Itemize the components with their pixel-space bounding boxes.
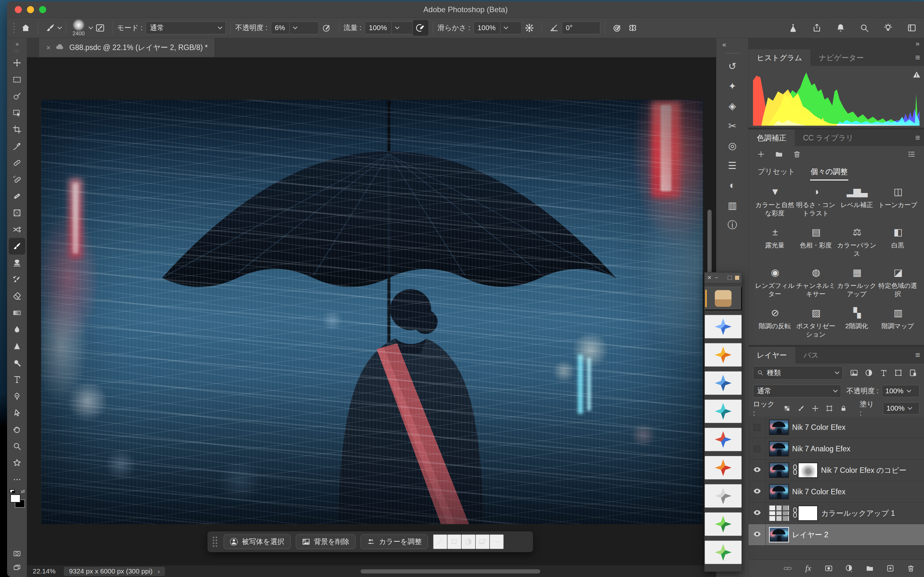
nik-viveza[interactable] [704, 343, 742, 367]
blur-tool[interactable] [9, 321, 25, 338]
beta-flask-icon[interactable] [786, 20, 800, 35]
foreground-color[interactable] [10, 494, 21, 503]
brush-preset-picker[interactable]: 2400 [73, 19, 85, 37]
star-tool[interactable] [9, 455, 25, 471]
tools-expand-icon[interactable]: » [15, 41, 18, 47]
close-window-button[interactable] [15, 6, 22, 13]
workspace-icon[interactable] [905, 20, 919, 35]
document-info[interactable]: 9324 px x 6000 px (300 ppi) › [64, 567, 165, 576]
link-layers-icon[interactable] [783, 564, 792, 572]
tool-preset-chevron-icon[interactable] [57, 25, 62, 29]
swap-arrows-tool[interactable] [9, 221, 25, 238]
tool-presets-panel-icon[interactable]: ✂ [722, 116, 743, 135]
adjustment-list-view-icon[interactable] [907, 150, 916, 158]
nik-minimize-icon[interactable]: − [715, 275, 718, 281]
crop-tool[interactable] [9, 121, 25, 138]
layer-thumbnail[interactable] [769, 527, 789, 542]
swap-colors-icon[interactable]: ⇄ [21, 488, 25, 494]
remove-tool[interactable] [9, 155, 25, 171]
healing-brush-tool[interactable] [9, 171, 25, 188]
layer-name[interactable]: レイヤー 2 [792, 530, 829, 540]
layer-name[interactable]: Nik 7 Color Efex [792, 423, 845, 432]
layers-menu-icon[interactable]: ≡ [915, 350, 920, 360]
screen-mode-button[interactable] [10, 563, 24, 572]
filter-pixel-layers-icon[interactable] [850, 369, 860, 377]
layer-nik7-analog-efex[interactable]: Nik 7 Analog Efex [748, 438, 924, 460]
options-grip[interactable] [13, 23, 15, 33]
color-swatches[interactable]: ⇄ [10, 491, 24, 508]
subtab-individual[interactable]: 個々の調整 [810, 163, 849, 180]
nik-menu-icon[interactable] [728, 276, 732, 280]
nik-hdr-efex[interactable] [704, 512, 742, 536]
layer-visibility-toggle[interactable] [748, 503, 766, 524]
history-brush-tool[interactable] [9, 271, 25, 288]
discover-bulb-icon[interactable] [881, 20, 895, 35]
sharpen-tool[interactable] [9, 338, 25, 355]
lock-all-icon[interactable] [840, 405, 848, 412]
blend-mode-select[interactable]: 通常 [145, 21, 226, 34]
frame-tool[interactable] [9, 205, 25, 221]
symmetry-butterfly-icon[interactable] [625, 20, 640, 35]
canvas-area[interactable]: 被写体を選択背景を削除カラーを調整 [27, 57, 716, 566]
layer-blend-mode-select[interactable]: 通常 [753, 385, 841, 398]
notifications-bell-icon[interactable] [834, 20, 848, 35]
nik-perspective-efex[interactable] [704, 540, 742, 564]
photo-filter-adjustment[interactable]: ◉ レンズフィルター [754, 266, 795, 298]
pen-tool[interactable] [9, 388, 25, 405]
threshold-adjustment[interactable]: ▚ 2階調化 [837, 306, 877, 338]
smoothing-gear-icon[interactable] [522, 20, 537, 35]
lock-position-icon[interactable] [812, 405, 820, 412]
layer-thumbnail[interactable] [769, 484, 789, 500]
tab-adjustments[interactable]: 色調補正 [748, 129, 795, 146]
layer-visibility-toggle[interactable] [748, 524, 766, 545]
add-mask-icon[interactable] [824, 564, 834, 572]
remove-background-button[interactable]: 背景を削除 [296, 534, 356, 549]
nik-close-icon[interactable]: ✕ [707, 274, 712, 281]
zoom-tool[interactable] [9, 438, 25, 455]
size-pressure-icon[interactable] [610, 20, 625, 35]
info-panel-icon[interactable]: ⓘ [722, 215, 743, 235]
home-button[interactable] [18, 20, 33, 35]
airbrush-toggle[interactable] [413, 20, 428, 35]
libraries-panel-icon[interactable]: ▥ [722, 195, 743, 215]
history-panel-icon[interactable]: ↺ [722, 56, 743, 76]
layer-nik7-color-efex-2[interactable]: Nik 7 Color Efex [748, 417, 924, 438]
layer-fx-icon[interactable]: fx [803, 564, 813, 573]
subtab-presets[interactable]: プリセット [757, 163, 796, 180]
color-balance-adjustment[interactable]: ⚖ カラーバランス [837, 226, 877, 258]
exposure-adjustment[interactable]: ± 露光量 [754, 226, 795, 258]
layer-thumbnail[interactable] [769, 420, 789, 435]
magic-wand-icon[interactable] [433, 534, 447, 549]
gradient-tool[interactable] [9, 305, 25, 321]
default-colors-icon[interactable] [10, 489, 15, 493]
histogram-warning-icon[interactable] [913, 71, 921, 80]
lock-paint-icon[interactable] [798, 405, 806, 412]
patch-tool[interactable] [9, 188, 25, 205]
layer-thumbnail[interactable] [769, 506, 789, 521]
color-lookup-adjustment[interactable]: ▦ カラールックアップ [837, 266, 877, 298]
nik-color-efex[interactable] [704, 428, 742, 451]
layer-mask-thumbnail[interactable] [798, 506, 818, 521]
marquee-tool[interactable] [9, 71, 25, 88]
adjustment-group-folder-icon[interactable] [775, 150, 783, 158]
dock-collapse-icon[interactable]: » [916, 40, 919, 48]
nik-dfine[interactable] [704, 315, 742, 338]
type-tool[interactable] [9, 371, 25, 388]
nik-silver-efex[interactable] [704, 484, 742, 508]
new-layer-icon[interactable] [885, 564, 895, 572]
hue-saturation-adjustment[interactable]: ▤ 色相・彩度 [795, 226, 837, 258]
channel-mixer-adjustment[interactable]: ◍ チャンネルミキサー [795, 266, 837, 298]
adjustments-menu-icon[interactable]: ≡ [915, 133, 920, 143]
flow-input[interactable]: 100% [365, 21, 413, 34]
nik-active-tool[interactable] [704, 287, 742, 310]
clone-stamp-tool[interactable] [9, 255, 25, 271]
brush-settings-panel-icon[interactable] [92, 20, 108, 35]
tool-preset-brush-icon[interactable] [43, 20, 58, 35]
new-group-icon[interactable] [865, 564, 875, 572]
black-white-adjustment[interactable]: ◧ 白黒 [877, 226, 918, 258]
layer-thumbnail[interactable] [769, 463, 789, 478]
layer-visibility-toggle[interactable] [748, 481, 766, 502]
opacity-pressure-icon[interactable] [319, 20, 334, 35]
nik-sharpener-blue[interactable] [704, 371, 742, 395]
add-image-icon[interactable] [475, 534, 489, 549]
